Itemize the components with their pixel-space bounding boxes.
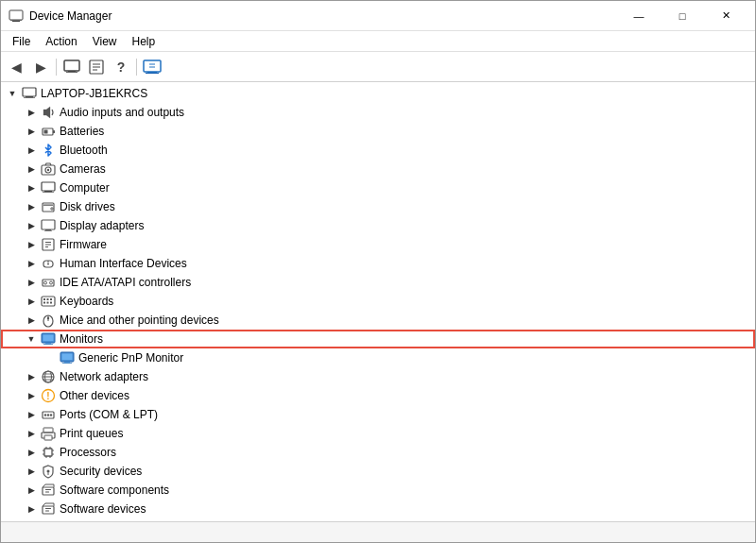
tree-item-security[interactable]: ▶Security devices [1,462,755,481]
cameras-label: Cameras [60,162,106,176]
tree-item-firmware[interactable]: ▶Firmware [1,235,755,254]
tree-item-processors[interactable]: ▶Processors [1,443,755,462]
svg-point-85 [47,470,50,473]
svg-rect-88 [45,489,51,490]
tree-item-print[interactable]: ▶Print queues [1,424,755,443]
ports-icon [41,407,56,422]
tree-item-batteries[interactable]: ▶Batteries [1,122,755,141]
expand-icon-ports[interactable]: ▶ [24,407,39,422]
expand-icon-mice[interactable]: ▶ [24,313,39,328]
computer-icon [41,180,56,195]
svg-point-70 [44,414,46,416]
svg-marker-18 [43,107,50,118]
expand-icon-processors[interactable]: ▶ [24,445,39,460]
expand-icon-hid[interactable]: ▶ [24,256,39,271]
main-content: ▼ LAPTOP-JB1EKRCS ▶Audio inputs and outp… [1,82,755,521]
expand-icon-cameras[interactable]: ▶ [24,161,39,177]
expand-icon-display[interactable]: ▶ [24,218,39,233]
tree-item-ide[interactable]: ▶IDE ATA/ATAPI controllers [1,273,755,292]
menu-help[interactable]: Help [125,33,163,50]
root-expand-icon[interactable]: ▼ [5,86,20,101]
svg-rect-3 [64,60,79,71]
toolbar: ◀ ▶ ? [1,52,755,82]
svg-rect-5 [66,72,77,73]
tree-item-display[interactable]: ▶Display adapters [1,216,755,235]
software-devices-icon [41,501,56,517]
expand-icon-keyboards[interactable]: ▶ [24,294,39,309]
processors-icon [41,445,56,460]
svg-point-30 [51,208,53,210]
device-tree[interactable]: ▼ LAPTOP-JB1EKRCS ▶Audio inputs and outp… [1,82,755,521]
expand-icon-software-components[interactable]: ▶ [24,483,39,498]
hid-icon [41,256,56,271]
disk-icon [41,199,56,214]
forward-button[interactable]: ▶ [29,56,52,78]
svg-point-72 [50,414,52,416]
print-icon [41,426,56,441]
expand-icon-monitors[interactable]: ▼ [24,331,39,347]
back-button[interactable]: ◀ [5,56,27,78]
svg-point-40 [47,263,49,265]
svg-rect-27 [43,192,54,193]
svg-rect-45 [43,298,45,300]
properties-button[interactable] [85,56,108,78]
tree-item-disk[interactable]: ▶Disk drives [1,197,755,216]
expand-icon-network[interactable]: ▶ [24,369,39,384]
close-button[interactable]: ✕ [704,1,747,31]
menu-view[interactable]: View [85,33,125,50]
bluetooth-icon [41,143,56,158]
security-label: Security devices [60,465,142,478]
monitor-button[interactable] [141,56,163,78]
hid-label: Human Interface Devices [60,257,187,270]
expand-icon-computer[interactable]: ▶ [24,180,39,195]
computer-label: Computer [60,181,110,195]
svg-rect-90 [43,506,54,514]
tree-item-bluetooth[interactable]: ▶Bluetooth [1,141,755,160]
expand-icon-firmware[interactable]: ▶ [24,237,39,252]
title-bar: Device Manager — □ ✕ [1,1,755,31]
tree-item-software-devices[interactable]: ▶Software devices [1,500,755,518]
status-bar [1,521,755,542]
computer-button[interactable] [60,56,83,78]
tree-item-keyboards[interactable]: ▶Keyboards [1,292,755,311]
tree-item-mice[interactable]: ▶Mice and other pointing devices [1,311,755,330]
display-label: Display adapters [60,219,144,232]
svg-point-71 [47,414,49,416]
svg-rect-92 [45,511,49,512]
svg-rect-55 [43,335,54,342]
expand-icon-batteries[interactable]: ▶ [24,124,39,139]
svg-rect-17 [24,97,35,98]
expand-icon-software-devices[interactable]: ▶ [24,501,39,517]
expand-icon-audio[interactable]: ▶ [24,105,39,120]
svg-point-42 [44,281,47,284]
svg-rect-61 [62,363,72,364]
tree-item-software-components[interactable]: ▶Software components [1,481,755,500]
tree-root[interactable]: ▼ LAPTOP-JB1EKRCS [1,84,755,103]
tree-item-generic-pnp[interactable]: ▶Generic PnP Monitor [1,348,755,367]
expand-icon-bluetooth[interactable]: ▶ [24,143,39,158]
tree-item-other[interactable]: ▶!Other devices [1,386,755,405]
tree-item-audio[interactable]: ▶Audio inputs and outputs [1,103,755,122]
device-manager-window: Device Manager — □ ✕ File Action View He… [0,0,756,543]
expand-icon-ide[interactable]: ▶ [24,275,39,290]
ide-label: IDE ATA/ATAPI controllers [60,276,191,289]
expand-icon-disk[interactable]: ▶ [24,199,39,214]
tree-item-network[interactable]: ▶Network adapters [1,367,755,386]
menu-file[interactable]: File [5,33,38,50]
expand-icon-other[interactable]: ▶ [24,388,39,403]
minimize-button[interactable]: — [617,1,661,31]
tree-item-monitors[interactable]: ▼Monitors [1,330,755,348]
audio-label: Audio inputs and outputs [60,106,184,119]
svg-rect-0 [9,10,23,20]
app-icon [9,8,24,24]
menu-action[interactable]: Action [38,33,84,50]
maximize-button[interactable]: □ [661,1,704,31]
help-button[interactable]: ? [110,56,132,78]
tree-item-hid[interactable]: ▶Human Interface Devices [1,254,755,273]
mice-icon [41,313,56,328]
tree-item-ports[interactable]: ▶Ports (COM & LPT) [1,405,755,424]
expand-icon-print[interactable]: ▶ [24,426,39,441]
expand-icon-security[interactable]: ▶ [24,464,39,479]
tree-item-computer[interactable]: ▶Computer [1,178,755,197]
tree-item-cameras[interactable]: ▶Cameras [1,160,755,178]
